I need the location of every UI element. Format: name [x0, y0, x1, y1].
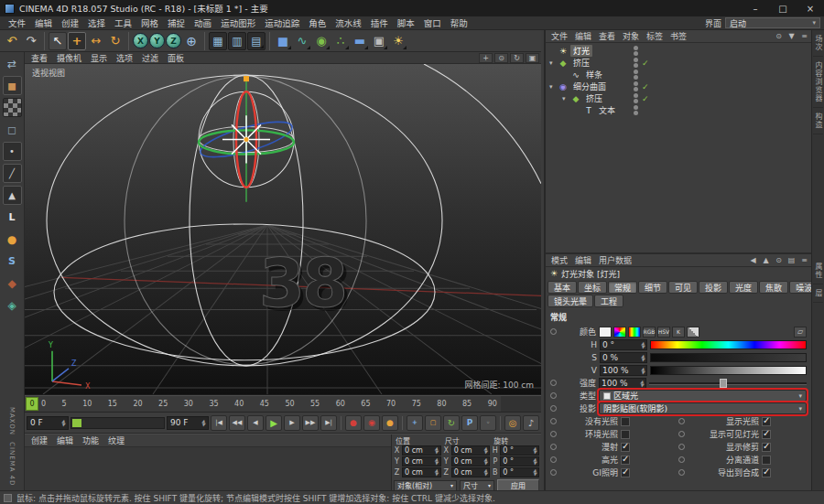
render-settings-button[interactable]: ▤ [247, 32, 266, 50]
keyframe-dot[interactable] [678, 444, 685, 450]
search-icon[interactable]: ⊙ [774, 256, 784, 264]
intensity-field[interactable]: 100 % ▲▼ [599, 378, 646, 389]
size-mode-select[interactable]: 尺寸▾ [460, 480, 494, 491]
solo-button[interactable]: ◎ [504, 415, 521, 431]
viewport-menu-item[interactable]: 摄像机 [52, 52, 86, 64]
color-spectrum-icon[interactable] [628, 327, 641, 338]
menu-item[interactable]: 插件 [366, 16, 393, 29]
stepper-icon[interactable]: ▲▼ [641, 367, 645, 374]
stepper-icon[interactable]: ▲▼ [483, 468, 487, 476]
menu-item[interactable]: 创建 [27, 434, 52, 446]
menu-item[interactable]: 文件 [4, 16, 30, 29]
section-header[interactable]: 常规 [550, 310, 807, 325]
coordinate-mode-select[interactable]: 对象(相对)▾ [394, 480, 457, 491]
move-tool[interactable]: + [68, 32, 86, 50]
stepper-icon[interactable]: ▲▼ [61, 419, 65, 426]
axis-z-button[interactable]: Z [166, 33, 181, 48]
menu-item[interactable]: 选择 [83, 16, 110, 29]
camera-button[interactable]: ▣ [370, 32, 388, 50]
menu-item[interactable]: 网格 [136, 16, 163, 29]
object-row[interactable]: ◆ 挤压 [546, 92, 811, 104]
menu-item[interactable]: 创建 [57, 16, 83, 29]
visibility-dots[interactable] [634, 46, 638, 56]
model-mode-button[interactable]: ◼ [3, 76, 22, 95]
viewport-solo-button[interactable]: ◈ [3, 295, 22, 315]
intensity-slider[interactable] [649, 378, 807, 389]
keyframe-dot[interactable] [550, 456, 557, 463]
enable-axis-button[interactable]: L [3, 208, 22, 227]
option-left[interactable]: GI照明 [550, 466, 678, 478]
object-row[interactable]: ∿ 样条 [546, 69, 811, 80]
workplane-mode-button[interactable]: ◻ [3, 120, 22, 139]
scale-tool[interactable]: ↔ [87, 32, 105, 50]
attribute-tab[interactable]: 光度 [729, 281, 758, 294]
gradient-bar[interactable] [650, 366, 807, 375]
viewport-menu-item[interactable]: 显示 [86, 52, 112, 64]
rgb-button[interactable]: RGB [643, 327, 656, 338]
keyframe-dot[interactable] [678, 418, 685, 424]
layout-select[interactable]: 启动 ▾ [725, 17, 820, 28]
coordinate-field[interactable]: 0 cm ▲▼ [402, 445, 441, 456]
object-name[interactable]: 挤压 [583, 92, 605, 104]
menu-item[interactable]: 编辑 [30, 16, 57, 29]
goto-end-button[interactable]: ▶| [320, 415, 337, 431]
menu-item[interactable]: 用户数据 [595, 254, 635, 266]
menu-item[interactable]: 查看 [595, 30, 619, 42]
coordinate-field[interactable]: 0 ° ▲▼ [500, 445, 539, 456]
frame-range-slider[interactable] [70, 417, 165, 429]
coordinate-field[interactable]: 0 cm ▲▼ [402, 456, 441, 466]
viewport-menu-item[interactable]: 面板 [163, 52, 189, 64]
hsv-field[interactable]: 0 ° ▲▼ [600, 339, 647, 350]
next-key-button[interactable]: ▶▶ [302, 415, 319, 431]
rotate-view-icon[interactable]: ↻ [510, 53, 524, 63]
render-view-button[interactable]: ▦ [209, 32, 227, 50]
menu-item[interactable]: 捕捉 [163, 16, 190, 29]
keyframe-dot[interactable] [550, 418, 557, 424]
color-swatch-button[interactable] [599, 327, 612, 338]
option-left[interactable]: 高光 [550, 454, 678, 466]
menu-item[interactable]: 纹理 [103, 434, 129, 446]
checkbox[interactable] [621, 468, 630, 477]
menu-item[interactable]: 编辑 [571, 254, 595, 266]
object-row[interactable]: ☀ 灯光 [546, 45, 811, 57]
coordinate-field[interactable]: 0 ° ▲▼ [500, 467, 539, 477]
menu-item[interactable]: 书签 [667, 30, 690, 42]
attribute-tab[interactable]: 常规 [608, 281, 637, 294]
prev-frame-button[interactable]: ◀ [247, 415, 264, 431]
hsv-field[interactable]: 0 % ▲▼ [600, 352, 647, 363]
object-name[interactable]: 灯光 [570, 45, 592, 57]
attribute-tab[interactable]: 镜头光晕 [548, 295, 593, 307]
coordinate-field[interactable]: 0 cm ▲▼ [402, 467, 441, 477]
up-icon[interactable]: ▲ [761, 256, 771, 264]
attribute-tab[interactable]: 焦散 [759, 281, 788, 294]
keyframe-dot[interactable] [678, 469, 685, 476]
viewport[interactable]: 38 38 Y X Z 透视视图 网格间距: 100 cm [25, 64, 541, 395]
checkbox[interactable] [621, 417, 630, 426]
texture-mode-button[interactable]: ▦ [3, 98, 22, 117]
visibility-dots[interactable] [634, 105, 638, 115]
stepper-icon[interactable]: ▲▼ [641, 341, 645, 349]
menu-item[interactable]: 模式 [548, 254, 571, 266]
keyframe-selection-button[interactable]: ● [382, 415, 398, 431]
viewport-canvas[interactable]: 38 38 Y X Z 透视视图 网格间距: 100 cm [25, 64, 541, 394]
axis-y-button[interactable]: Y [149, 33, 165, 48]
add-cube-button[interactable]: ◼ [274, 32, 292, 50]
zoom-view-icon[interactable]: ⊙ [494, 53, 508, 63]
panel-tab[interactable]: 层 [813, 284, 823, 303]
timeline-ruler[interactable]: 0 051015202530354045505560657075808590 [25, 395, 541, 413]
polygons-mode-button[interactable]: ▲ [3, 186, 22, 205]
make-editable-button[interactable]: ⇄ [3, 54, 22, 73]
coordinate-field[interactable]: 0 cm ▲▼ [451, 456, 491, 466]
viewport-menu-item[interactable]: 选项 [112, 52, 137, 64]
undo-button[interactable]: ↶ [3, 32, 21, 50]
stepper-icon[interactable]: ▲▼ [201, 419, 205, 426]
visibility-dots[interactable] [634, 58, 638, 68]
menu-item[interactable]: 运动追踪 [260, 16, 304, 29]
keyframe-dot[interactable] [550, 469, 557, 476]
slider-handle[interactable] [720, 379, 727, 388]
array-button[interactable]: ∴ [331, 32, 350, 50]
menu-item[interactable]: 运动图形 [216, 16, 260, 29]
render-picture-button[interactable]: ▥ [228, 32, 246, 50]
keyframe-dot[interactable] [550, 380, 557, 386]
gradient-bar[interactable] [650, 340, 807, 349]
